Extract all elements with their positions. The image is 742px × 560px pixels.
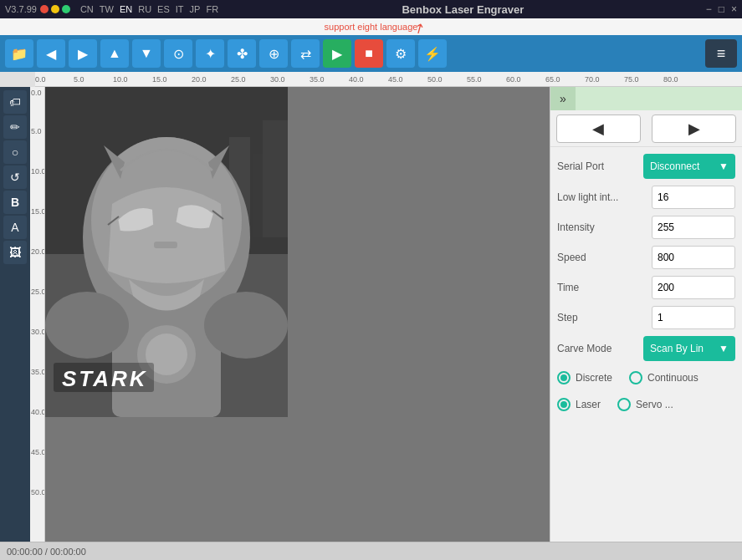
- discrete-continuous-row: Discrete Continuous: [557, 368, 735, 388]
- lang-cn[interactable]: CN: [79, 4, 95, 14]
- laser-label: Laser: [576, 399, 601, 410]
- settings1-button[interactable]: ⊙: [164, 39, 192, 68]
- panel-next-button[interactable]: ▶: [652, 115, 736, 143]
- text-tool-button[interactable]: A: [3, 216, 27, 239]
- ruler-mark: 65.0: [545, 75, 560, 84]
- discrete-option[interactable]: Discrete: [557, 371, 612, 384]
- drawing-canvas[interactable]: STARK: [45, 87, 550, 542]
- ruler-mark: 80.0: [663, 75, 678, 84]
- pencil-tool-button[interactable]: ✏: [3, 115, 27, 139]
- up-button[interactable]: ▲: [100, 39, 129, 68]
- low-light-row: Low light int...: [557, 186, 735, 209]
- settings2-button[interactable]: ✦: [196, 39, 224, 68]
- bold-tool-button[interactable]: B: [3, 191, 27, 214]
- main-area: 🏷 ✏ ○ ↺ B A 🖼 0.0 5.0 10.0 15.0 20.0 25.…: [0, 87, 742, 542]
- support-bar: support eight language ↗: [0, 18, 742, 35]
- svg-rect-7: [154, 242, 177, 248]
- panel-prev-button[interactable]: ◀: [556, 115, 641, 143]
- low-light-input[interactable]: [652, 186, 735, 209]
- vruler-mark: 40.0: [31, 408, 45, 416]
- time-input[interactable]: [652, 276, 735, 299]
- settings-form: Serial Port Disconnect ▼ Low light int..…: [550, 147, 742, 421]
- lang-tw[interactable]: TW: [98, 4, 115, 14]
- ruler-mark: 20.0: [192, 75, 207, 84]
- maximize-dot[interactable]: [62, 5, 70, 13]
- ruler-mark: 10.0: [113, 75, 128, 84]
- discrete-label: Discrete: [576, 372, 612, 384]
- speed-input[interactable]: [652, 246, 735, 269]
- next-button[interactable]: ▶: [69, 39, 97, 68]
- flip-button[interactable]: ⇄: [291, 39, 320, 68]
- laser-radio[interactable]: [557, 398, 571, 411]
- step-row: Step: [557, 306, 735, 329]
- circle-tool-button[interactable]: ○: [3, 140, 27, 164]
- ruler-mark: 35.0: [310, 75, 325, 84]
- lang-es[interactable]: ES: [156, 4, 171, 14]
- carve-mode-dropdown[interactable]: Scan By Lin ▼: [643, 336, 735, 361]
- window-controls: − □ ×: [706, 3, 737, 15]
- lang-it[interactable]: IT: [174, 4, 186, 14]
- open-file-button[interactable]: 📁: [5, 39, 33, 68]
- close-dot[interactable]: [40, 5, 49, 13]
- app-title: Benbox Laser Engraver: [402, 3, 524, 16]
- panel-collapse-button[interactable]: »: [550, 87, 576, 110]
- vruler-mark: 20.0: [31, 247, 45, 256]
- ruler-mark: 15.0: [152, 75, 167, 84]
- minimize-button[interactable]: −: [706, 3, 712, 15]
- carve-mode-label: Carve Mode: [557, 343, 624, 354]
- close-button[interactable]: ×: [731, 3, 737, 15]
- arrow-icon: ↗: [410, 18, 427, 38]
- lang-jp[interactable]: JP: [188, 4, 202, 14]
- image-tool-button[interactable]: 🖼: [3, 241, 27, 264]
- stop-button[interactable]: ■: [355, 39, 383, 68]
- rotate-tool-button[interactable]: ↺: [3, 165, 27, 189]
- lang-en[interactable]: EN: [118, 4, 134, 14]
- svg-rect-4: [263, 120, 288, 237]
- servo-option[interactable]: Servo ...: [617, 398, 673, 411]
- settings3-button[interactable]: ✤: [228, 39, 256, 68]
- laser-option[interactable]: Laser: [557, 398, 601, 411]
- tag-tool-button[interactable]: 🏷: [3, 90, 27, 114]
- low-light-label: Low light int...: [557, 191, 624, 203]
- vruler-mark: 45.0: [31, 448, 45, 456]
- speed-row: Speed: [557, 246, 735, 269]
- serial-port-dropdown[interactable]: Disconnect ▼: [643, 154, 735, 179]
- version-label: V3.7.99: [5, 4, 37, 14]
- vruler-mark: 50.0: [31, 488, 45, 496]
- intensity-label: Intensity: [557, 221, 624, 233]
- lang-fr[interactable]: FR: [204, 4, 220, 14]
- serial-port-label: Serial Port: [557, 160, 624, 172]
- panel-navigation: ◀ ▶: [550, 110, 742, 147]
- ruler-mark: 60.0: [506, 75, 521, 84]
- carve-mode-dropdown-arrow: ▼: [719, 343, 729, 354]
- vruler-mark: 35.0: [31, 368, 45, 376]
- svg-point-14: [204, 292, 288, 359]
- canvas-area[interactable]: 0.0 5.0 10.0 15.0 20.0 25.0 30.0 35.0 40…: [30, 87, 550, 542]
- servo-radio[interactable]: [617, 398, 631, 411]
- ruler-mark: 40.0: [349, 75, 364, 84]
- panel-collapse-bar: »: [550, 87, 742, 110]
- minimize-dot[interactable]: [51, 5, 59, 13]
- language-buttons: CN TW EN RU ES IT JP FR: [79, 4, 220, 14]
- continuous-option[interactable]: Continuous: [629, 371, 699, 384]
- power-button[interactable]: ⚡: [418, 39, 447, 68]
- play-button[interactable]: ▶: [323, 39, 351, 68]
- continuous-radio[interactable]: [629, 371, 642, 384]
- horizontal-ruler: 0.0 5.0 10.0 15.0 20.0 25.0 30.0 35.0 40…: [35, 72, 742, 87]
- step-input[interactable]: [652, 306, 735, 329]
- time-display: 00:00:00 / 00:00:00: [7, 547, 86, 557]
- carve-mode-value: Scan By Lin: [650, 343, 704, 354]
- menu-button[interactable]: ≡: [705, 39, 737, 68]
- discrete-radio[interactable]: [557, 371, 571, 384]
- settings4-button[interactable]: ⊕: [259, 39, 288, 68]
- serial-port-row: Serial Port Disconnect ▼: [557, 154, 735, 179]
- config-button[interactable]: ⚙: [386, 39, 415, 68]
- title-bar: V3.7.99 CN TW EN RU ES IT JP FR Benbox L…: [0, 0, 742, 18]
- intensity-input[interactable]: [652, 216, 735, 239]
- lang-ru[interactable]: RU: [136, 4, 153, 14]
- restore-button[interactable]: □: [719, 3, 724, 15]
- ruler-mark: 75.0: [624, 75, 639, 84]
- left-toolbar: 🏷 ✏ ○ ↺ B A 🖼: [0, 87, 30, 542]
- prev-button[interactable]: ◀: [37, 39, 65, 68]
- down-button[interactable]: ▼: [132, 39, 161, 68]
